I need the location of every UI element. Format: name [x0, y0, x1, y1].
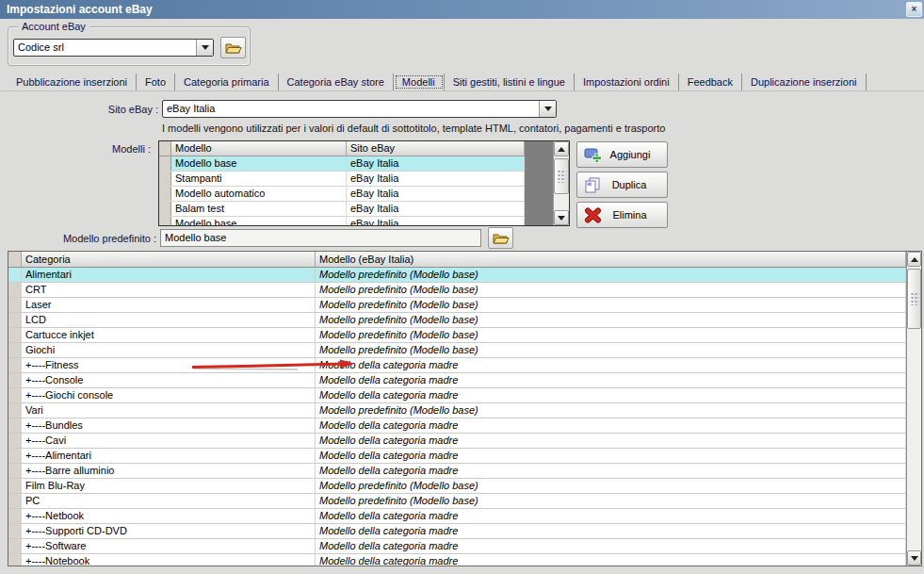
- table-row[interactable]: Modello automaticoeBay Italia: [159, 187, 525, 202]
- row-header: [8, 494, 22, 508]
- tab-impostazioni-ordini[interactable]: Impostazioni ordini: [575, 74, 679, 90]
- modello-cell: Modello automatico: [171, 187, 347, 201]
- row-header: [8, 449, 22, 463]
- categoria-cell: +----Alimentari: [22, 449, 316, 463]
- close-button[interactable]: ×: [906, 2, 922, 17]
- categoria-cell: Alimentari: [22, 268, 316, 282]
- site-combobox[interactable]: eBay Italia: [162, 100, 557, 118]
- row-header: [159, 217, 171, 225]
- table-row[interactable]: +----SoftwareModello della categoria mad…: [8, 539, 906, 554]
- category-scrollbar[interactable]: [906, 252, 921, 566]
- categoria-cell: LCD: [22, 313, 316, 327]
- sito-cell: eBay Italia: [347, 187, 525, 201]
- add-button[interactable]: Aggiungi: [576, 141, 668, 168]
- categoria-cell: +----Software: [22, 539, 316, 553]
- table-row[interactable]: +----NotebookModello della categoria mad…: [8, 554, 906, 566]
- table-row[interactable]: LCDModello predefinito (Modello base): [8, 313, 906, 328]
- model-column-header[interactable]: Modello (eBay Italia): [316, 252, 906, 267]
- table-row[interactable]: Modello baseeBay Italia: [159, 217, 525, 225]
- site-combo-value: eBay Italia: [163, 101, 539, 117]
- table-row[interactable]: VariModello predefinito (Modello base): [8, 403, 906, 418]
- table-row[interactable]: +----ConsoleModello della categoria madr…: [8, 373, 906, 388]
- tab-pubblicazione-inserzioni[interactable]: Pubblicazione inserzioni: [8, 74, 137, 90]
- tab-categoria-primaria[interactable]: Categoria primaria: [175, 74, 278, 90]
- modello-cell: Modello della categoria madre: [316, 509, 906, 523]
- table-row[interactable]: +----CaviModello della categoria madre: [8, 434, 906, 449]
- table-row[interactable]: CRTModello predefinito (Modello base): [8, 283, 906, 298]
- add-template-icon: [584, 147, 603, 163]
- models-column-sito[interactable]: Sito eBay: [347, 141, 525, 156]
- tab-foto[interactable]: Foto: [137, 74, 175, 90]
- arrow-down-icon: [558, 216, 565, 221]
- categoria-cell: +----Giochi console: [22, 388, 316, 402]
- category-scroll-down-button[interactable]: [907, 550, 921, 566]
- default-model-field[interactable]: Modello base: [160, 229, 481, 247]
- row-header: [8, 554, 22, 566]
- categoria-cell: +----Supporti CD-DVD: [22, 524, 316, 538]
- modello-cell: Balam test: [171, 202, 347, 216]
- models-column-modello[interactable]: Modello: [171, 141, 347, 156]
- delete-button[interactable]: Elimina: [576, 202, 668, 228]
- modello-cell: Modello della categoria madre: [316, 524, 906, 538]
- tab-feedback[interactable]: Feedback: [679, 74, 742, 90]
- category-scroll-up-button[interactable]: [907, 252, 921, 267]
- tab-siti-gestiti-listini-e-lingue[interactable]: Siti gestiti, listini e lingue: [445, 74, 575, 90]
- table-row[interactable]: StampantieBay Italia: [159, 172, 525, 187]
- table-row[interactable]: Cartucce inkjetModello predefinito (Mode…: [8, 328, 906, 343]
- sito-cell: eBay Italia: [347, 217, 525, 225]
- tab-duplicazione-inserzioni[interactable]: Duplicazione inserzioni: [742, 74, 867, 90]
- table-row[interactable]: GiochiModello predefinito (Modello base): [8, 343, 906, 358]
- categoria-cell: CRT: [22, 283, 316, 297]
- grip-icon: [910, 292, 918, 305]
- folder-icon: [493, 232, 510, 245]
- categoria-cell: Cartucce inkjet: [22, 328, 316, 342]
- models-grid-body: Modello baseeBay ItaliaStampantieBay Ita…: [159, 156, 525, 225]
- row-header: [8, 373, 22, 387]
- modello-cell: Stampanti: [171, 172, 347, 186]
- row-header: [8, 418, 22, 433]
- table-row[interactable]: +----BundlesModello della categoria madr…: [8, 418, 906, 434]
- delete-button-label: Elimina: [602, 209, 667, 221]
- models-scroll-up-button[interactable]: [554, 141, 569, 156]
- row-header: [8, 268, 22, 282]
- duplicate-button-label: Duplica: [601, 179, 667, 190]
- models-scroll-thumb[interactable]: [554, 158, 569, 194]
- delete-icon: [584, 207, 602, 223]
- arrow-up-icon: [558, 147, 565, 152]
- site-combo-dropdown[interactable]: [539, 101, 556, 117]
- table-row[interactable]: Film Blu-RayModello predefinito (Modello…: [8, 479, 906, 494]
- default-model-folder-button[interactable]: [488, 227, 513, 249]
- account-folder-button[interactable]: [220, 37, 246, 58]
- row-header: [8, 343, 22, 357]
- table-row[interactable]: +----Supporti CD-DVDModello della catego…: [8, 524, 906, 539]
- models-scrollbar[interactable]: [553, 141, 569, 225]
- table-row[interactable]: +----AlimentariModello della categoria m…: [8, 449, 906, 464]
- modello-cell: Modello predefinito (Modello base): [316, 313, 906, 327]
- duplicate-button[interactable]: Duplica: [576, 172, 668, 198]
- category-column-header[interactable]: Categoria: [22, 252, 316, 267]
- table-row[interactable]: PCModello predefinito (Modello base): [8, 494, 906, 509]
- table-row[interactable]: Modello baseeBay Italia: [159, 156, 525, 172]
- table-row[interactable]: +----Barre alluminioModello della catego…: [8, 464, 906, 479]
- site-label: Sito eBay :: [75, 104, 158, 115]
- table-row[interactable]: Balam testeBay Italia: [159, 202, 525, 217]
- account-combobox[interactable]: Codice srl: [13, 39, 214, 57]
- table-row[interactable]: AlimentariModello predefinito (Modello b…: [8, 268, 906, 283]
- modello-cell: Modello della categoria madre: [316, 373, 906, 387]
- account-group-label: Account eBay: [18, 21, 89, 32]
- table-row[interactable]: +----FitnessModello della categoria madr…: [8, 358, 906, 373]
- chevron-down-icon: [544, 107, 552, 111]
- row-header: [8, 328, 22, 342]
- tab-modelli[interactable]: Modelli: [394, 74, 445, 90]
- table-row[interactable]: LaserModello predefinito (Modello base): [8, 298, 906, 313]
- category-scroll-thumb[interactable]: [907, 269, 921, 329]
- account-combo-dropdown[interactable]: [196, 40, 213, 56]
- table-row[interactable]: +----Giochi consoleModello della categor…: [8, 388, 906, 403]
- categoria-cell: PC: [22, 494, 316, 508]
- models-scroll-down-button[interactable]: [554, 210, 569, 225]
- row-header: [8, 539, 22, 553]
- category-table-body: AlimentariModello predefinito (Modello b…: [8, 268, 906, 566]
- modello-cell: Modello della categoria madre: [316, 554, 906, 566]
- table-row[interactable]: +----NetbookModello della categoria madr…: [8, 509, 906, 524]
- tab-categoria-ebay-store[interactable]: Categoria eBay store: [279, 74, 394, 90]
